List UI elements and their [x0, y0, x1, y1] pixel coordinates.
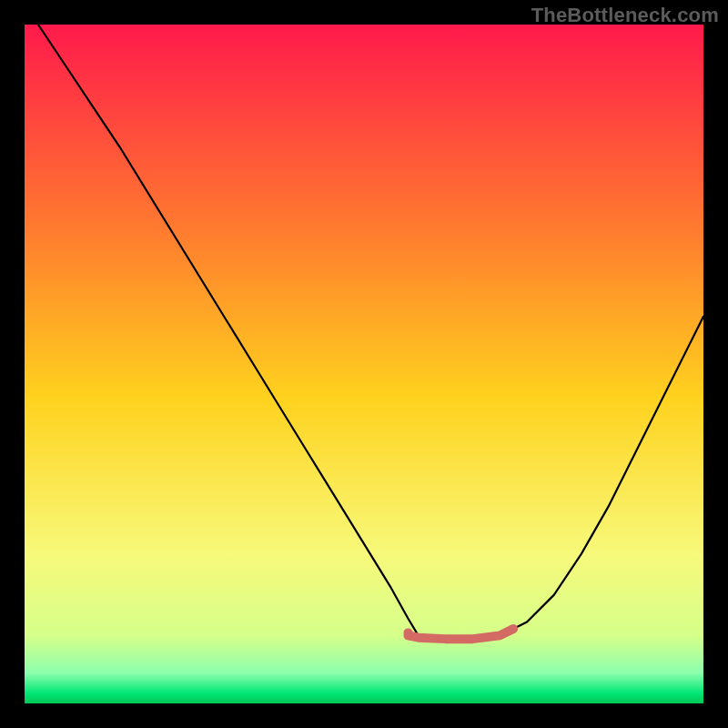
bottleneck-chart: [25, 25, 703, 703]
plot-area: [25, 25, 703, 703]
gradient-background: [25, 25, 703, 703]
chart-frame: TheBottleneck.com: [0, 0, 728, 728]
watermark-text: TheBottleneck.com: [531, 4, 719, 27]
highlight-start-dot: [403, 628, 412, 637]
